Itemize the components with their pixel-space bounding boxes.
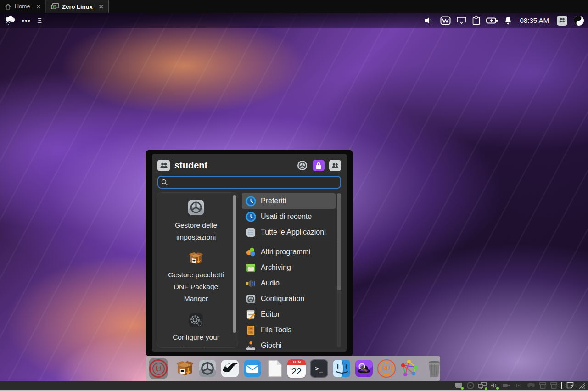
terminal-icon: >_ [310, 359, 328, 378]
joystick-icon [246, 341, 256, 351]
app-label: Gestore delle impostazioni [162, 219, 230, 243]
gear-icon [297, 160, 308, 171]
category-file-tools[interactable]: File Tools [242, 322, 336, 338]
category-other-programs[interactable]: Altri programmi [242, 244, 336, 260]
category-games[interactable]: Giochi [242, 338, 336, 353]
dock-item-settings[interactable] [198, 359, 217, 378]
category-label: Altri programmi [261, 248, 310, 256]
view-recent[interactable]: Usati di recente [242, 209, 336, 224]
vm-display[interactable]: ••• Ξ [0, 13, 588, 381]
cdrom-status-icon[interactable] [467, 382, 474, 389]
app-item-configure-computer[interactable]: Configure your Computer [162, 313, 230, 348]
application-menu: student [146, 150, 353, 356]
category-audio[interactable]: Audio [242, 275, 336, 291]
trash-icon [426, 359, 442, 378]
right-scrollbar-thumb[interactable] [337, 193, 341, 290]
tasks-check-icon[interactable] [440, 16, 451, 25]
panel-dots-applet[interactable]: ••• [22, 17, 31, 24]
dock-item-mail[interactable] [243, 359, 262, 378]
view-label: Preferiti [261, 197, 286, 205]
gamepad-status-icon[interactable] [527, 383, 535, 388]
category-label: Editor [261, 310, 280, 318]
theme-yinyang-icon[interactable] [573, 15, 584, 26]
finder-face-icon [332, 359, 351, 378]
search-input[interactable] [157, 176, 341, 189]
settings-button[interactable] [296, 160, 308, 171]
dnf-package-icon [176, 360, 194, 377]
username: student [174, 160, 207, 171]
graph-network-icon [400, 359, 418, 378]
panel-menu-applet[interactable]: Ξ [38, 17, 42, 24]
switch-user-button[interactable] [329, 160, 341, 171]
archive-status-icon[interactable] [539, 382, 546, 389]
users-icon[interactable] [557, 16, 567, 26]
dock-item-calendar[interactable]: JUN 22 [287, 359, 306, 378]
dock-item-libreoffice-document[interactable] [266, 359, 283, 378]
tab-zero-linux[interactable]: Zero Linux ✕ [46, 0, 108, 13]
chat-bubble-icon[interactable] [457, 17, 466, 25]
dock-item-graph-network[interactable] [400, 359, 418, 378]
category-list: Preferiti Usati di recente [241, 192, 342, 348]
weather-cloud-icon[interactable] [4, 15, 16, 26]
dock-item-trash[interactable] [426, 359, 442, 378]
su-rings-icon: SU [377, 359, 396, 378]
dock-item-badger-browser[interactable] [221, 359, 239, 378]
view-favorites[interactable]: Preferiti [242, 193, 336, 209]
tab-label: Zero Linux [62, 3, 92, 10]
close-icon[interactable]: ✕ [36, 3, 41, 10]
category-label: Configuration [261, 295, 304, 303]
dark-gears-icon [162, 313, 230, 328]
notes-status-icon[interactable] [566, 382, 574, 389]
sound-status-icon[interactable] [491, 382, 498, 389]
category-archiving[interactable]: Archiving [242, 260, 336, 275]
settings-icon [198, 359, 217, 378]
dock-item-dnf-package[interactable] [176, 359, 194, 378]
close-icon[interactable]: ✕ [99, 3, 104, 10]
clipboard-icon[interactable] [472, 16, 480, 25]
usb-status-icon[interactable] [502, 383, 510, 388]
category-label: Audio [261, 279, 280, 287]
resize-grip[interactable] [578, 382, 585, 389]
menu-header: student [157, 158, 342, 175]
separator [243, 242, 335, 242]
desktop-top-panel: ••• Ξ [0, 13, 588, 28]
dock-item-ultramarine-launcher[interactable]: U [149, 358, 168, 379]
left-scrollbar[interactable] [233, 195, 236, 333]
dock-item-su[interactable]: SU [377, 359, 396, 378]
viewer-status-bar [0, 381, 588, 391]
battery-charging-icon[interactable] [486, 17, 498, 24]
vm-console-icon [51, 3, 59, 10]
category-label: File Tools [261, 326, 291, 334]
app-item-dnf-manager[interactable]: Gestore pacchetti DNF Package Manger [162, 251, 230, 305]
hard-disk-status-icon[interactable] [454, 382, 463, 389]
view-label: Tutte le Applicazioni [261, 228, 326, 236]
displays-status-icon[interactable] [478, 382, 487, 389]
app-label: Gestore pacchetti DNF Package Manger [162, 269, 230, 305]
green-archive-icon [246, 263, 256, 273]
three-circles-icon [246, 247, 256, 257]
dock-item-alfred[interactable] [355, 359, 373, 378]
home-icon [5, 3, 11, 10]
wireless-status-icon[interactable] [515, 383, 523, 388]
lock-screen-button[interactable] [313, 160, 325, 171]
volume-icon[interactable] [424, 17, 434, 25]
users-icon [331, 163, 339, 168]
search-box [157, 176, 341, 189]
category-label: Archiving [261, 263, 291, 272]
category-configuration[interactable]: Configuration [242, 291, 336, 307]
notifications-bell-icon[interactable] [504, 16, 512, 25]
app-results-list: Gestore delle impostazioni [157, 192, 238, 348]
notepad-pencil-icon [246, 309, 256, 320]
bowler-hat-magnifier-icon [355, 359, 373, 378]
clock[interactable]: 08:35 AM [518, 17, 551, 24]
dock-item-terminal[interactable]: >_ [310, 359, 328, 378]
orange-cabinet-icon [246, 325, 256, 335]
tab-home[interactable]: Home ✕ [0, 0, 46, 13]
grid-apps-icon [246, 227, 256, 238]
dock-item-finder[interactable] [332, 359, 351, 378]
app-item-settings-manager[interactable]: Gestore delle impostazioni [162, 199, 230, 243]
archive-status-icon[interactable] [550, 382, 557, 389]
spice-viewer-window: Home ✕ Zero Linux ✕ ••• [0, 0, 588, 391]
category-editor[interactable]: Editor [242, 307, 336, 322]
view-all-applications[interactable]: Tutte le Applicazioni [242, 224, 336, 240]
